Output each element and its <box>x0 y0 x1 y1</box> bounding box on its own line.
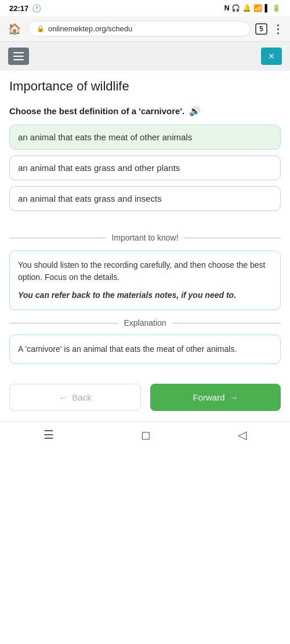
audio-icon[interactable]: 🔊 <box>189 105 201 117</box>
menu-line-3 <box>13 59 24 60</box>
lock-icon: 🔒 <box>37 25 45 32</box>
back-button[interactable]: ← Back <box>9 384 141 411</box>
notification-icon: N <box>224 4 230 12</box>
divider-line-left <box>9 238 106 238</box>
forward-label: Forward <box>193 392 224 402</box>
question-section: Choose the best definition of a 'carnivo… <box>0 100 290 223</box>
bottom-home-icon[interactable]: ◻ <box>141 428 151 442</box>
tab-count[interactable]: 5 <box>255 23 267 35</box>
explanation-box: A 'carnivore' is an animal that eats the… <box>9 334 281 364</box>
status-clock-icon: 🕐 <box>32 4 41 13</box>
browser-bar: 🏠 🔒 onlinemektep.org/schedu 5 ⋮ <box>0 16 290 42</box>
page-title-area: Importance of wildlife <box>0 71 290 100</box>
status-time: 22:17 <box>9 4 28 13</box>
back-label: Back <box>72 392 91 402</box>
divider-line-right <box>184 238 281 238</box>
exp-divider-line-left <box>9 323 118 323</box>
option-1[interactable]: an animal that eats the meat of other an… <box>9 125 281 150</box>
question-text: Choose the best definition of a 'carnivo… <box>9 106 184 116</box>
important-bold-text: You can refer back to the materials note… <box>18 289 272 301</box>
exp-divider-line-right <box>172 323 281 323</box>
important-divider: Important to know! <box>9 233 281 242</box>
important-box: You should listen to the recording caref… <box>9 250 281 310</box>
navigation-buttons: ← Back Forward → <box>0 376 290 419</box>
more-options-button[interactable]: ⋮ <box>272 22 284 36</box>
status-bar: 22:17 🕐 N 🎧 🔔 📶 ▌ 🔋 <box>0 0 290 16</box>
option-2[interactable]: an animal that eats grass and other plan… <box>9 155 281 180</box>
status-icons: N 🎧 🔔 📶 ▌ 🔋 <box>224 4 281 12</box>
back-arrow-icon: ← <box>59 392 67 402</box>
headphone-icon: 🎧 <box>231 4 240 12</box>
explanation-text: A 'carnivore' is an animal that eats the… <box>18 344 237 354</box>
bell-icon: 🔔 <box>242 4 251 12</box>
forward-arrow-icon: → <box>230 392 238 402</box>
home-button[interactable]: 🏠 <box>6 20 23 38</box>
explanation-label: Explanation <box>124 318 166 328</box>
bottom-menu-icon[interactable]: ☰ <box>44 428 54 442</box>
question-label: Choose the best definition of a 'carnivo… <box>9 105 281 117</box>
menu-line-1 <box>13 52 24 53</box>
address-bar[interactable]: 🔒 onlinemektep.org/schedu <box>28 21 251 37</box>
wifi-icon: 📶 <box>253 4 262 12</box>
page-title: Importance of wildlife <box>9 79 281 94</box>
status-time-area: 22:17 🕐 <box>9 4 41 13</box>
menu-line-2 <box>13 56 24 57</box>
menu-button[interactable] <box>8 48 29 65</box>
important-label: Important to know! <box>111 233 178 242</box>
signal-icon: ▌ <box>264 4 270 12</box>
toolbar: × <box>0 42 290 71</box>
battery-icon: 🔋 <box>272 4 281 12</box>
option-3[interactable]: an animal that eats grass and insects <box>9 186 281 211</box>
option-3-text: an animal that eats grass and insects <box>18 194 162 203</box>
bottom-navigation: ☰ ◻ ◁ <box>0 421 290 447</box>
option-1-text: an animal that eats the meat of other an… <box>18 132 192 142</box>
url-text: onlinemektep.org/schedu <box>48 24 132 33</box>
explanation-divider: Explanation <box>9 318 281 328</box>
close-button[interactable]: × <box>261 48 282 65</box>
option-2-text: an animal that eats grass and other plan… <box>18 163 180 173</box>
bottom-back-icon[interactable]: ◁ <box>238 428 246 442</box>
important-body-text: You should listen to the recording caref… <box>18 260 266 282</box>
forward-button[interactable]: Forward → <box>150 384 281 411</box>
